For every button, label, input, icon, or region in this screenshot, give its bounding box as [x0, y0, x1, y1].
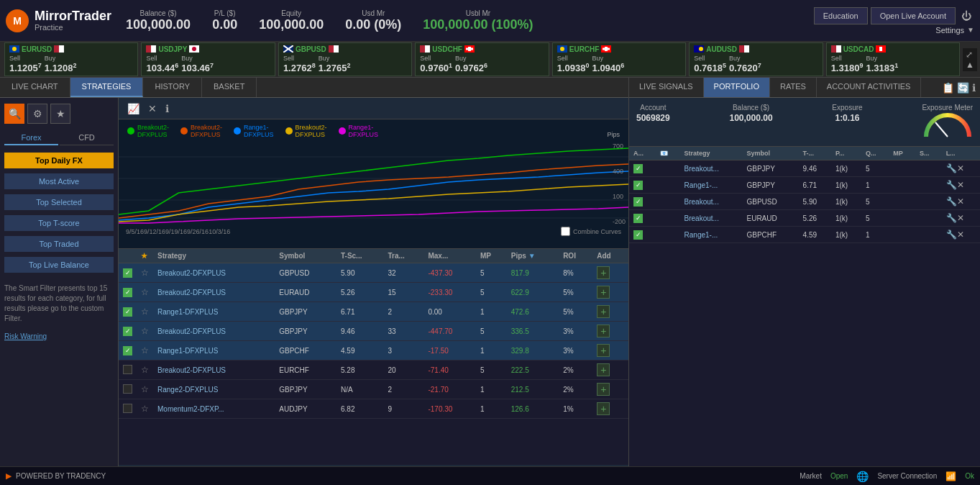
row-star[interactable]: ☆ [137, 380, 153, 399]
row-checkbox[interactable]: ✓ [119, 263, 137, 283]
legend-item-4[interactable]: Breakout2-DFXPLUS [285, 124, 327, 138]
legend-item-5[interactable]: Range1-DFXPLUS [339, 124, 379, 138]
add-row-6-button[interactable]: + [597, 383, 610, 396]
pcol-strategy[interactable]: Strategy [680, 147, 743, 160]
tab-rates[interactable]: RATES [770, 78, 817, 97]
power-icon[interactable]: ⏻ [958, 7, 974, 24]
add-row-7-button[interactable]: + [597, 402, 610, 415]
expand-icon[interactable]: ⤢ [966, 50, 974, 60]
row-check-1[interactable]: ✓ [123, 288, 132, 297]
open-live-account-button[interactable]: Open Live Account [871, 7, 956, 24]
portfolio-row-actions[interactable]: 🔧✕ [942, 227, 980, 243]
pcol-mp[interactable]: MP [889, 147, 915, 160]
star-0[interactable]: ☆ [141, 268, 149, 278]
top-selected-button[interactable]: Top Selected [4, 194, 114, 210]
row-check-2[interactable]: ✓ [123, 307, 132, 317]
currency-gbpusd[interactable]: GBPUSD Sell1.27628 Buy1.27652 [278, 42, 412, 76]
currency-usdjpy[interactable]: USDJPY Sell103.446 Buy103.467 [141, 42, 275, 76]
row-add[interactable]: + [592, 361, 628, 380]
portfolio-check-4[interactable]: ✓ [633, 230, 643, 240]
portfolio-row-active[interactable]: ✓ [629, 194, 656, 210]
star-4[interactable]: ☆ [141, 345, 149, 355]
portfolio-row-actions[interactable]: 🔧✕ [942, 194, 980, 210]
sidebar-tab-forex[interactable]: Forex [4, 131, 58, 145]
pcol-s[interactable]: S... [915, 147, 942, 160]
pcol-tscore[interactable]: T-... [799, 147, 831, 160]
row-star[interactable]: ☆ [137, 263, 153, 283]
row-check-6[interactable] [123, 384, 132, 394]
legend-item-3[interactable]: Range1-DFXPLUS [234, 124, 274, 138]
row-star[interactable]: ☆ [137, 302, 153, 322]
row-checkbox[interactable]: ✓ [119, 341, 137, 361]
portfolio-row-active[interactable]: ✓ [629, 210, 656, 227]
row-checkbox[interactable] [119, 361, 137, 380]
tab-live-signals[interactable]: LIVE SIGNALS [629, 78, 704, 97]
tab-live-chart[interactable]: LIVE CHART [0, 78, 70, 97]
portfolio-check-0[interactable]: ✓ [633, 164, 643, 173]
top-tscore-button[interactable]: Top T-score [4, 215, 114, 231]
row-star[interactable]: ☆ [137, 283, 153, 302]
col-mp[interactable]: MP [476, 249, 507, 263]
row-checkbox[interactable] [119, 380, 137, 399]
row-checkbox[interactable]: ✓ [119, 283, 137, 302]
currency-eurusd[interactable]: EURUSD Sell1.12057 Buy1.12082 [4, 42, 138, 76]
currency-usdcad[interactable]: USDCAD Sell1.31809 Buy1.31831 [826, 42, 960, 76]
row-add[interactable]: + [592, 263, 628, 283]
row-add[interactable]: + [592, 322, 628, 341]
row-check-0[interactable]: ✓ [123, 268, 132, 278]
search-icon[interactable]: 🔍 [4, 104, 24, 124]
row-check-4[interactable]: ✓ [123, 346, 132, 355]
pcol-l[interactable]: L... [942, 147, 980, 160]
portfolio-check-3[interactable]: ✓ [633, 214, 643, 223]
portfolio-icon-1[interactable]: 📋 [942, 82, 954, 94]
add-row-1-button[interactable]: + [597, 286, 610, 299]
pcol-symbol[interactable]: Symbol [742, 147, 798, 160]
row-star[interactable]: ☆ [137, 322, 153, 341]
col-add[interactable]: Add [592, 249, 628, 263]
col-symbol[interactable]: Symbol [275, 249, 336, 263]
risk-warning-link[interactable]: Risk Warning [4, 332, 114, 340]
tab-strategies[interactable]: STRATEGIES [70, 78, 144, 97]
row-add[interactable]: + [592, 341, 628, 361]
tab-portfolio[interactable]: PORTFOLIO [704, 78, 770, 97]
portfolio-row-active[interactable]: ✓ [629, 227, 656, 243]
wrench-icon-4[interactable]: 🔧✕ [946, 230, 964, 240]
tab-account-activities[interactable]: ACCOUNT ACTIVITIES [817, 78, 922, 97]
col-strategy[interactable]: Strategy [153, 249, 275, 263]
scroll-up-icon[interactable]: ▲ [966, 60, 974, 70]
row-star[interactable]: ☆ [137, 399, 153, 419]
combine-curves-checkbox[interactable] [561, 227, 570, 236]
row-add[interactable]: + [592, 283, 628, 302]
row-add[interactable]: + [592, 380, 628, 399]
education-button[interactable]: Education [814, 7, 868, 24]
wrench-icon-0[interactable]: 🔧✕ [946, 163, 964, 173]
row-checkbox[interactable] [119, 399, 137, 419]
col-pips[interactable]: Pips ▼ [507, 249, 559, 263]
legend-item-2[interactable]: Breakout2-DFXPLUS [180, 124, 222, 138]
star-2[interactable]: ☆ [141, 307, 149, 317]
row-check-3[interactable]: ✓ [123, 327, 132, 336]
portfolio-icon-2[interactable]: 🔄 [957, 82, 969, 94]
wrench-icon-2[interactable]: 🔧✕ [946, 196, 964, 207]
portfolio-row-active[interactable]: ✓ [629, 160, 656, 177]
settings-button[interactable]: Settings [935, 26, 964, 35]
pcol-p[interactable]: P... [831, 147, 861, 160]
add-row-4-button[interactable]: + [597, 344, 610, 357]
currency-audusd[interactable]: AUDUSD Sell0.76185 Buy0.76207 [689, 42, 823, 76]
legend-item-1[interactable]: Breakout2-DFXPLUS [127, 124, 169, 138]
portfolio-icon-info[interactable]: ℹ [972, 82, 976, 94]
col-roi[interactable]: ROI [559, 249, 592, 263]
wrench-icon-1[interactable]: 🔧✕ [946, 180, 964, 190]
currency-eurchf[interactable]: EURCHF Sell1.09380 Buy1.09406 [552, 42, 686, 76]
portfolio-check-2[interactable]: ✓ [633, 197, 643, 207]
top-traded-button[interactable]: Top Traded [4, 236, 114, 252]
row-add[interactable]: + [592, 302, 628, 322]
tab-history[interactable]: HISTORY [143, 78, 202, 97]
pcol-q[interactable]: Q... [861, 147, 889, 160]
row-check-7[interactable] [123, 404, 132, 413]
row-checkbox[interactable]: ✓ [119, 302, 137, 322]
add-row-0-button[interactable]: + [597, 266, 610, 279]
row-star[interactable]: ☆ [137, 341, 153, 361]
line-chart-icon[interactable]: 📈 [124, 101, 142, 116]
add-row-5-button[interactable]: + [597, 363, 610, 376]
